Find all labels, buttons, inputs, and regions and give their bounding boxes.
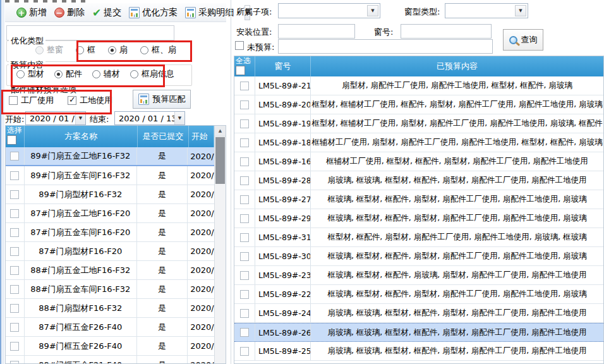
table-row[interactable]: 89#门扇五金工地F16-F32是2020/0 xyxy=(6,147,214,166)
checkbox-usage[interactable]: 工厂使用 xyxy=(9,95,54,106)
table-row[interactable]: 87#门扇型材F16-F20是2020/0 xyxy=(6,242,214,261)
row-checkbox[interactable] xyxy=(10,228,19,237)
table-row[interactable]: LM5L-89#-26F24扇玻璃, 框玻璃, 框型材, 框配件, 扇型材, 扇… xyxy=(234,323,603,342)
query-button[interactable]: 查询 xyxy=(503,29,543,51)
date-end-picker[interactable]: 2020 / 01 / 13 ▼ xyxy=(114,111,185,125)
select-all-checkbox[interactable] xyxy=(236,66,245,75)
row-checkbox[interactable] xyxy=(10,171,19,180)
row-checkbox[interactable] xyxy=(240,176,249,185)
budgeted-content-cell: 框玻璃, 框型材, 框配件, 扇玻璃, 扇型材, 扇配件工厂使用, 扇配件工地使… xyxy=(311,266,603,284)
table-row[interactable]: 89#门扇五金车间F16-F32是2020/0 xyxy=(6,166,214,185)
budgeted-content-cell: 框辅材工厂使用, 扇型材, 扇配件工厂使用, 扇配件工地使用, 框型材, 框配件… xyxy=(311,133,603,152)
row-checkbox[interactable] xyxy=(240,100,249,109)
chevron-down-icon[interactable]: ▼ xyxy=(367,5,378,16)
row-checkbox[interactable] xyxy=(240,157,249,166)
sub-item-dropdown[interactable]: ▼ xyxy=(278,3,380,18)
radio-opt-type[interactable]: 框 xyxy=(76,44,95,56)
row-checkbox[interactable] xyxy=(10,304,19,313)
row-checkbox[interactable] xyxy=(240,138,249,147)
unbudgeted-input[interactable] xyxy=(278,39,493,54)
chevron-down-icon[interactable]: ▼ xyxy=(515,5,526,16)
table-row[interactable]: LM5L-89#-23F21框玻璃, 框型材, 框配件, 扇玻璃, 扇型材, 扇… xyxy=(234,266,603,285)
table-row[interactable]: 88#门扇五金车间F16-F32是2020/0 xyxy=(6,280,214,299)
radio-budget-content[interactable]: 配件 xyxy=(54,68,82,80)
scroll-up-icon[interactable]: ▲ xyxy=(215,126,226,136)
row-checkbox[interactable] xyxy=(240,309,249,318)
row-checkbox[interactable] xyxy=(240,82,249,90)
radio-opt-type[interactable]: 框、扇 xyxy=(140,44,176,56)
install-position-input[interactable] xyxy=(278,24,355,39)
toolbar-button-remove[interactable]: −删除 xyxy=(51,5,88,20)
unbudgeted-checkbox[interactable] xyxy=(235,41,244,50)
install-position-label: 安装位置: xyxy=(236,27,272,38)
table-row[interactable]: LM5L-89#-18F16框辅材工厂使用, 扇型材, 扇配件工厂使用, 扇配件… xyxy=(234,133,603,152)
table-row[interactable]: LM5L-89#-31F29框型材, 框配件, 扇型材, 扇配件工厂使用, 扇配… xyxy=(234,228,603,247)
row-checkbox[interactable] xyxy=(10,266,19,275)
row-checkbox[interactable] xyxy=(240,195,249,204)
win-type-dropdown[interactable]: ▼ xyxy=(445,3,528,18)
table-row[interactable]: LM5L-89#-30F28框玻璃, 框型材, 框配件, 扇型材, 扇配件工厂使… xyxy=(234,247,603,266)
budgeted-content-cell: 框辅材工厂使用, 框型材, 框配件, 扇型材, 扇配件工厂使用, 扇配件工地使用 xyxy=(311,152,603,171)
date-start-picker[interactable]: 2020 / 01 / 1 ▼ xyxy=(25,111,86,125)
row-checkbox[interactable] xyxy=(240,214,249,223)
start-date-cell: 2020/0 xyxy=(188,261,214,279)
row-checkbox[interactable] xyxy=(240,119,249,128)
table-row[interactable]: 88#门扇型材F16-F32是2020/0 xyxy=(6,299,214,318)
table-row[interactable]: LM5L-89#-22F20框玻璃, 框型材, 框配件, 扇型材, 扇配件工厂使… xyxy=(234,285,603,304)
table-row[interactable]: LM5L-89#-29F27框玻璃, 框型材, 框配件, 扇型材, 扇配件工厂使… xyxy=(234,209,603,228)
win-no-input[interactable] xyxy=(401,24,492,39)
row-checkbox[interactable] xyxy=(10,361,19,364)
table-row[interactable]: 88#门框五金F21-F40是2020/0 xyxy=(6,356,214,363)
chevron-down-icon[interactable]: ▼ xyxy=(75,112,85,124)
row-checkbox[interactable] xyxy=(240,271,249,280)
table-row[interactable]: 87#门扇五金车间F16-F20是2020/0 xyxy=(6,223,214,242)
table-row[interactable]: 88#门扇五金工地F16-F32是2020/0 xyxy=(6,261,214,280)
table-row[interactable]: 89#门扇型材F16-F32是2020/0 xyxy=(6,185,214,204)
row-checkbox[interactable] xyxy=(10,285,19,294)
column-header-start[interactable]: 开始 xyxy=(189,126,214,147)
row-checkbox[interactable] xyxy=(10,342,19,351)
toolbar-button-check[interactable]: ✔提交 xyxy=(89,5,124,20)
budget-match-button[interactable]: 预算匹配 xyxy=(133,90,191,109)
row-checkbox[interactable] xyxy=(240,290,249,299)
checkbox-usage[interactable]: 工地使用 xyxy=(68,95,112,106)
table-row[interactable]: 89#门框五金F26-F40是2020/0 xyxy=(6,337,214,356)
radio-opt-type[interactable]: 扇 xyxy=(108,44,128,56)
row-checkbox[interactable] xyxy=(240,347,249,356)
radio-budget-content[interactable]: 型材 xyxy=(16,68,44,80)
win-no-cell: LM5L-89#-27F25 xyxy=(255,190,311,209)
column-header-budgeted-content[interactable]: 已预算内容 xyxy=(311,56,603,76)
toolbar-button-add[interactable]: +新增 xyxy=(13,5,50,20)
row-checkbox[interactable] xyxy=(10,209,19,218)
row-checkbox[interactable] xyxy=(10,247,19,256)
plan-table-scrollbar[interactable]: ▲ xyxy=(214,126,226,363)
row-checkbox[interactable] xyxy=(10,190,19,199)
column-header-name[interactable]: 方案名称 xyxy=(25,126,138,147)
table-row[interactable]: LM5L-89#-25F23扇玻璃, 框玻璃, 框型材, 框配件, 扇型材, 扇… xyxy=(234,342,603,361)
table-row[interactable]: LM5L-89#-28F26扇玻璃, 框玻璃, 框型材, 框配件, 扇型材, 扇… xyxy=(234,171,603,190)
row-checkbox[interactable] xyxy=(240,328,249,337)
column-header-submitted[interactable]: 是否已提交 xyxy=(138,126,189,147)
select-all-checkbox[interactable] xyxy=(7,135,16,145)
table-row[interactable]: LM5L-89#-19F17框型材, 框辅材工厂使用, 扇型材, 扇配件工厂使用… xyxy=(234,114,603,133)
table-row[interactable]: LM5L-89#-16F15框辅材工厂使用, 框型材, 框配件, 扇型材, 扇配… xyxy=(234,152,603,171)
row-checkbox[interactable] xyxy=(10,152,19,161)
table-row[interactable]: LM5L-89#-20F18框型材, 框辅材工厂使用, 框配件, 扇型材, 扇配… xyxy=(234,95,603,114)
date-end-value: 2020 / 01 / 13 xyxy=(115,114,174,123)
radio-budget-content[interactable]: 框扇信息 xyxy=(130,68,174,80)
table-row[interactable]: 87#门框五金F26-F40是2020/0 xyxy=(6,318,214,337)
row-checkbox[interactable] xyxy=(10,323,19,332)
row-checkbox[interactable] xyxy=(240,233,249,242)
table-row[interactable]: 87#门扇五金工地F16-F20是2020/0 xyxy=(6,204,214,223)
column-header-win-no[interactable]: 窗号 xyxy=(255,56,311,76)
chevron-down-icon[interactable]: ▼ xyxy=(174,112,184,124)
toolbar-button-sheet[interactable]: 优化方案 xyxy=(126,5,181,20)
budgeted-content-cell: 扇玻璃, 框玻璃, 框型材, 框配件, 扇型材, 扇配件工厂使用, 扇配件工地使… xyxy=(311,171,603,190)
scrollbar-thumb[interactable] xyxy=(215,137,225,184)
table-row[interactable]: LM5L-89#-24F22扇玻璃, 框玻璃, 框型材, 框配件, 扇型材, 扇… xyxy=(234,304,603,323)
row-checkbox[interactable] xyxy=(240,252,249,261)
radio-budget-content[interactable]: 辅材 xyxy=(92,68,120,80)
table-row[interactable]: LM5L-89#-21F19扇型材, 扇配件工厂使用, 扇配件工地使用, 框型材… xyxy=(234,76,603,95)
table-row[interactable]: LM5L-89#-27F25框玻璃, 框型材, 框配件, 扇型材, 扇配件工厂使… xyxy=(234,190,603,209)
radio-opt-type[interactable]: 整窗 xyxy=(35,44,63,56)
